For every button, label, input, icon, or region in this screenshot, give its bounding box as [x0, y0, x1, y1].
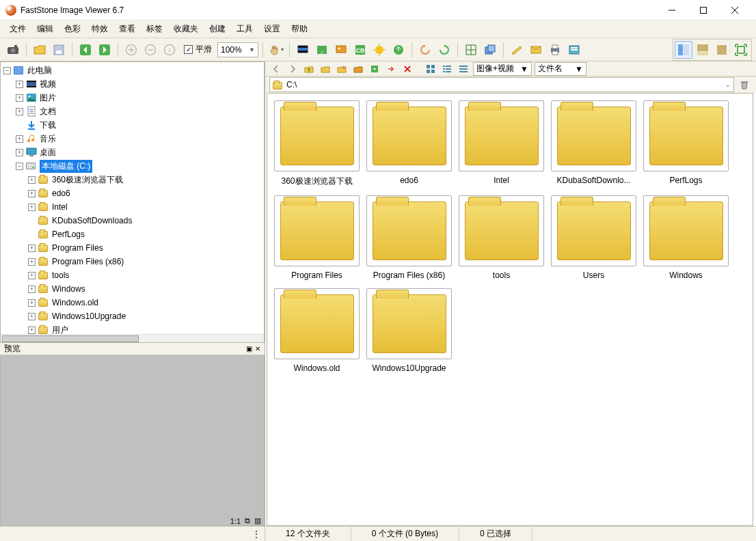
folder-tree[interactable]: −此电脑+视频+图片+文档下载+音乐+桌面−本地磁盘 (C:)+360极速浏览器… — [1, 62, 264, 334]
tree-row[interactable]: +Program Files (x86) — [1, 255, 264, 268]
hand-tool-button[interactable]: ▾ — [267, 41, 285, 59]
slideshow-button[interactable] — [294, 41, 312, 59]
tree-row[interactable]: −此电脑 — [1, 64, 264, 77]
print-button[interactable] — [546, 41, 564, 59]
folder-thumb[interactable]: PerfLogs — [643, 100, 729, 187]
folder-thumb[interactable]: Windows.old — [274, 288, 360, 373]
folder-thumb[interactable]: Program Files — [274, 195, 360, 280]
expand-icon[interactable]: + — [28, 258, 36, 266]
rotate-left-button[interactable] — [416, 41, 434, 59]
resize-button[interactable] — [462, 41, 480, 59]
preview-window-icon[interactable]: ⧉ — [245, 516, 250, 525]
nav-next-button[interactable] — [96, 41, 113, 59]
history-fwd-button[interactable] — [286, 62, 299, 76]
tree-row[interactable]: +Windows — [1, 282, 264, 296]
open-button[interactable] — [31, 41, 49, 59]
trash-button[interactable] — [737, 77, 752, 92]
tree-row[interactable]: +图片 — [1, 91, 264, 105]
expand-icon[interactable]: + — [28, 313, 36, 320]
tree-row[interactable]: +文档 — [1, 105, 264, 118]
sort-combo[interactable]: 文件名▼ — [535, 62, 586, 76]
view-list-button[interactable] — [440, 62, 454, 76]
collapse-icon[interactable]: − — [3, 67, 11, 74]
preview-tool-icon[interactable]: ▥ — [254, 516, 261, 525]
view-filmstrip-button[interactable] — [694, 41, 712, 59]
tree-hscrollbar[interactable] — [1, 334, 264, 342]
tree-row[interactable]: +桌面 — [1, 145, 264, 159]
menu-settings[interactable]: 设置 — [258, 21, 286, 37]
tree-row[interactable]: 下载 — [1, 118, 264, 132]
fav-folder-button[interactable] — [351, 62, 365, 76]
tree-row[interactable]: +用户 — [1, 323, 264, 334]
folder-thumb[interactable]: tools — [459, 195, 544, 280]
tree-row[interactable]: +tools — [1, 268, 264, 282]
expand-icon[interactable]: + — [28, 299, 36, 307]
settings-button[interactable] — [565, 41, 583, 59]
tree-row[interactable]: +Intel — [1, 200, 264, 214]
menu-effect[interactable]: 特效 — [86, 21, 113, 37]
folder-thumb[interactable]: edo6 — [366, 100, 452, 187]
menu-tag[interactable]: 标签 — [141, 21, 168, 37]
expand-icon[interactable]: + — [16, 81, 23, 88]
new-folder-button[interactable] — [319, 62, 332, 76]
zoom-out-button[interactable] — [141, 41, 159, 59]
close-button[interactable] — [719, 0, 751, 20]
view-large-icons-button[interactable] — [424, 62, 437, 76]
expand-icon[interactable]: + — [16, 135, 23, 143]
move-to-button[interactable] — [384, 62, 398, 76]
expand-icon[interactable]: + — [16, 149, 23, 156]
filter-combo[interactable]: 图像+视频▼ — [473, 62, 532, 76]
menu-edit[interactable]: 编辑 — [31, 21, 59, 37]
expand-icon[interactable]: + — [28, 272, 36, 279]
menu-file[interactable]: 文件 — [4, 21, 31, 37]
up-folder-button[interactable] — [302, 62, 316, 76]
expand-icon[interactable]: + — [28, 176, 36, 184]
compare-button[interactable] — [313, 41, 331, 59]
tree-row[interactable]: −本地磁盘 (C:) — [1, 159, 264, 173]
expand-icon[interactable]: + — [28, 286, 36, 293]
tree-row[interactable]: PerfLogs — [1, 227, 264, 241]
view-thumbnails-button[interactable] — [675, 41, 692, 59]
acquire-button[interactable] — [4, 41, 22, 59]
wallpaper-button[interactable] — [332, 41, 350, 59]
maximize-button[interactable] — [688, 0, 719, 20]
tree-row[interactable]: +Windows10Upgrade — [1, 309, 264, 323]
folder-thumb[interactable]: Windows10Upgrade — [366, 288, 452, 373]
tree-row[interactable]: +360极速浏览器下载 — [1, 173, 264, 186]
tree-row[interactable]: +edo6 — [1, 186, 264, 200]
folder-thumb[interactable]: Users — [551, 195, 636, 280]
preview-expand-icon[interactable]: ▣ — [246, 345, 252, 352]
expand-icon[interactable]: + — [28, 204, 36, 211]
save-button[interactable] — [50, 41, 68, 59]
expand-icon[interactable]: + — [28, 327, 36, 334]
history-back-button[interactable] — [269, 62, 283, 76]
scan-button[interactable] — [508, 41, 526, 59]
menu-create[interactable]: 创建 — [204, 21, 231, 37]
rotate-right-button[interactable] — [435, 41, 453, 59]
expand-icon[interactable]: + — [16, 94, 23, 102]
expand-icon[interactable]: + — [28, 245, 36, 252]
zoom-combo[interactable]: 100%▼ — [217, 42, 258, 57]
smooth-checkbox[interactable]: ✓平滑 — [184, 44, 212, 55]
fav-add-button[interactable] — [335, 62, 349, 76]
tree-row[interactable]: KDubaSoftDownloads — [1, 214, 264, 227]
delete-button[interactable] — [401, 62, 414, 76]
contact-sheet-button[interactable]: CB — [351, 41, 369, 59]
folder-thumb[interactable]: Intel — [459, 100, 544, 187]
folder-thumb[interactable]: KDubaSoftDownlo... — [551, 100, 636, 187]
tree-row[interactable]: +视频 — [1, 77, 264, 91]
collapse-icon[interactable]: − — [16, 163, 23, 170]
tree-row[interactable]: +音乐 — [1, 132, 264, 145]
clone-button[interactable] — [481, 41, 499, 59]
folder-thumb[interactable]: 360极速浏览器下载 — [274, 100, 360, 187]
zoom-actual-button[interactable]: 1 — [161, 41, 178, 59]
thumbnail-grid[interactable]: 360极速浏览器下载edo6IntelKDubaSoftDownlo...Per… — [267, 93, 753, 526]
preview-close-icon[interactable]: ✕ — [255, 345, 260, 352]
path-combo[interactable]: C:\ ⌄ — [269, 77, 734, 92]
expand-icon[interactable]: + — [16, 108, 23, 115]
menu-help[interactable]: 帮助 — [286, 21, 313, 37]
folder-thumb[interactable]: Program Files (x86) — [366, 195, 452, 280]
copy-to-button[interactable] — [368, 62, 381, 76]
expand-icon[interactable]: + — [28, 190, 36, 197]
adjust-button[interactable] — [370, 41, 388, 59]
